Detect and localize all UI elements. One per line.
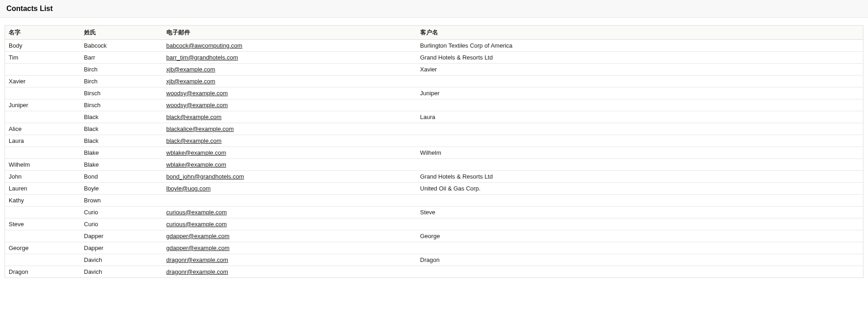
email-link[interactable]: xjb@example.com — [166, 66, 215, 73]
cell-account — [417, 159, 863, 171]
cell-first-name — [5, 207, 80, 218]
email-link[interactable]: gdapper@example.com — [166, 245, 230, 251]
email-link[interactable]: wblake@example.com — [166, 161, 226, 168]
cell-last-name: Babcock — [80, 40, 163, 52]
table-row[interactable]: JohnBondbond_john@grandhotels.comGrand H… — [5, 171, 863, 183]
cell-account: Grand Hotels & Resorts Ltd — [417, 171, 863, 183]
cell-account: Xavier — [417, 64, 863, 76]
table-row[interactable]: AliceBlackblackalice@example.com — [5, 123, 863, 135]
table-row[interactable]: DragonDavichdragonr@example.com — [5, 266, 863, 278]
cell-email: lboyle@uog.com — [163, 183, 417, 195]
cell-first-name: Alice — [5, 123, 80, 135]
cell-email: black@example.com — [163, 135, 417, 147]
cell-last-name: Birch — [80, 64, 163, 76]
cell-email: wblake@example.com — [163, 147, 417, 159]
email-link[interactable]: curious@example.com — [166, 209, 227, 216]
email-link[interactable]: blackalice@example.com — [166, 125, 234, 132]
cell-account: Steve — [417, 207, 863, 218]
email-link[interactable]: curious@example.com — [166, 221, 227, 228]
cell-first-name — [5, 87, 80, 99]
cell-first-name: Steve — [5, 218, 80, 230]
cell-first-name: Wilhelm — [5, 159, 80, 171]
cell-email: blackalice@example.com — [163, 123, 417, 135]
cell-email: wblake@example.com — [163, 159, 417, 171]
email-link[interactable]: dragonr@example.com — [166, 268, 228, 275]
cell-account — [417, 218, 863, 230]
cell-email: dragonr@example.com — [163, 266, 417, 278]
cell-last-name: Dapper — [80, 242, 163, 254]
email-link[interactable]: bond_john@grandhotels.com — [166, 173, 244, 180]
table-row[interactable]: XavierBirchxjb@example.com — [5, 76, 863, 87]
column-header-account[interactable]: 客户名 — [417, 26, 863, 40]
table-row[interactable]: LaurenBoylelboyle@uog.comUnited Oil & Ga… — [5, 183, 863, 195]
table-row[interactable]: GeorgeDappergdapper@example.com — [5, 242, 863, 254]
cell-account: Burlington Textiles Corp of America — [417, 40, 863, 52]
cell-first-name: Dragon — [5, 266, 80, 278]
cell-email: curious@example.com — [163, 207, 417, 218]
cell-email: babcock@awcomputing.com — [163, 40, 417, 52]
table-row[interactable]: SteveCuriocurious@example.com — [5, 218, 863, 230]
page-header: Contacts List — [0, 0, 868, 18]
cell-last-name: Birsch — [80, 87, 163, 99]
email-link[interactable]: dragonr@example.com — [166, 256, 228, 263]
page-title: Contacts List — [6, 5, 862, 13]
column-header-first[interactable]: 名字 — [5, 26, 80, 40]
cell-email: xjb@example.com — [163, 76, 417, 87]
email-link[interactable]: barr_tim@grandhotels.com — [166, 54, 238, 61]
cell-first-name — [5, 147, 80, 159]
cell-email: curious@example.com — [163, 218, 417, 230]
table-row[interactable]: Blakewblake@example.comWilhelm — [5, 147, 863, 159]
table-row[interactable]: TimBarrbarr_tim@grandhotels.comGrand Hot… — [5, 52, 863, 64]
email-link[interactable]: lboyle@uog.com — [166, 185, 211, 192]
cell-first-name: Tim — [5, 52, 80, 64]
cell-last-name: Black — [80, 111, 163, 123]
table-row[interactable]: LauraBlackblack@example.com — [5, 135, 863, 147]
table-row[interactable]: Blackblack@example.comLaura — [5, 111, 863, 123]
table-row[interactable]: Birschwoodsy@example.comJuniper — [5, 87, 863, 99]
table-row[interactable]: BodyBabcockbabcock@awcomputing.comBurlin… — [5, 40, 863, 52]
cell-first-name: Kathy — [5, 195, 80, 207]
email-link[interactable]: black@example.com — [166, 114, 222, 120]
cell-account: Wilhelm — [417, 147, 863, 159]
email-link[interactable]: black@example.com — [166, 137, 222, 144]
table-row[interactable]: KathyBrown — [5, 195, 863, 207]
email-link[interactable]: babcock@awcomputing.com — [166, 42, 242, 49]
cell-account — [417, 123, 863, 135]
email-link[interactable]: woodsy@example.com — [166, 102, 228, 109]
table-row[interactable]: Birchxjb@example.comXavier — [5, 64, 863, 76]
table-row[interactable]: Dappergdapper@example.comGeorge — [5, 230, 863, 242]
cell-account — [417, 99, 863, 111]
cell-last-name: Boyle — [80, 183, 163, 195]
cell-email: woodsy@example.com — [163, 99, 417, 111]
cell-account: United Oil & Gas Corp. — [417, 183, 863, 195]
cell-first-name: George — [5, 242, 80, 254]
cell-first-name: Juniper — [5, 99, 80, 111]
cell-first-name — [5, 64, 80, 76]
cell-last-name: Dapper — [80, 230, 163, 242]
cell-last-name: Black — [80, 123, 163, 135]
cell-email: black@example.com — [163, 111, 417, 123]
cell-email: xjb@example.com — [163, 64, 417, 76]
table-row[interactable]: WilhelmBlakewblake@example.com — [5, 159, 863, 171]
cell-first-name: Xavier — [5, 76, 80, 87]
cell-email: gdapper@example.com — [163, 242, 417, 254]
table-row[interactable]: Curiocurious@example.comSteve — [5, 207, 863, 218]
email-link[interactable]: wblake@example.com — [166, 149, 226, 156]
cell-last-name: Davich — [80, 254, 163, 266]
table-row[interactable]: JuniperBirschwoodsy@example.com — [5, 99, 863, 111]
email-link[interactable]: xjb@example.com — [166, 78, 215, 85]
cell-last-name: Bond — [80, 171, 163, 183]
cell-email: dragonr@example.com — [163, 254, 417, 266]
email-link[interactable]: woodsy@example.com — [166, 90, 228, 97]
cell-account — [417, 195, 863, 207]
cell-last-name: Black — [80, 135, 163, 147]
email-link[interactable]: gdapper@example.com — [166, 233, 230, 239]
column-header-email[interactable]: 电子邮件 — [163, 26, 417, 40]
column-header-last[interactable]: 姓氏 — [80, 26, 163, 40]
contacts-tbody: BodyBabcockbabcock@awcomputing.comBurlin… — [5, 40, 863, 278]
cell-email: barr_tim@grandhotels.com — [163, 52, 417, 64]
cell-account: Laura — [417, 111, 863, 123]
cell-last-name: Curio — [80, 218, 163, 230]
table-row[interactable]: Davichdragonr@example.comDragon — [5, 254, 863, 266]
cell-account: Juniper — [417, 87, 863, 99]
